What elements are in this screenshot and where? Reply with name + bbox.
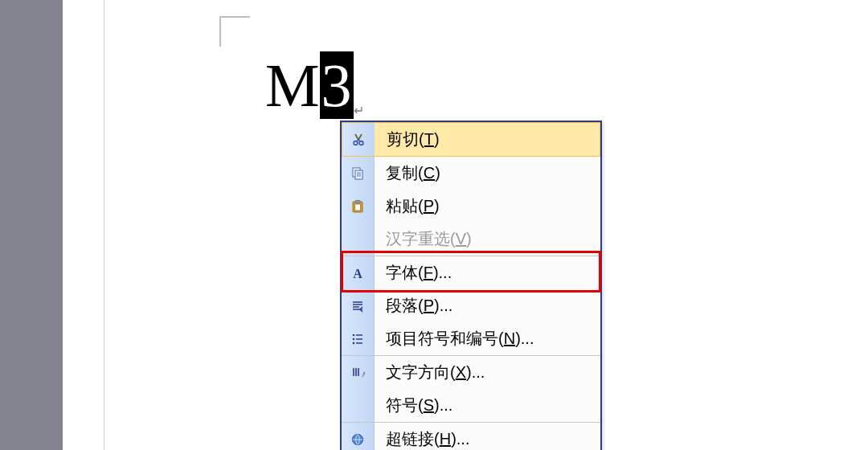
context-menu-item[interactable]: 粘贴(P) bbox=[342, 190, 600, 223]
text-selection[interactable]: 3 bbox=[320, 51, 354, 119]
bullets-icon bbox=[342, 322, 375, 355]
document-text[interactable]: M3 bbox=[265, 55, 354, 116]
copy-icon bbox=[342, 157, 375, 190]
hyperlink-icon bbox=[342, 423, 375, 450]
context-menu-item[interactable]: 剪切(T) bbox=[342, 122, 600, 157]
context-menu-item[interactable]: A字体(F)... bbox=[342, 256, 600, 289]
app-sidebar bbox=[0, 0, 63, 450]
paragraph-mark-icon: ↵ bbox=[354, 103, 364, 118]
menu-item-label: 段落(P)... bbox=[375, 295, 600, 317]
text-unselected: M bbox=[265, 51, 320, 119]
menu-item-label: 项目符号和编号(N)... bbox=[375, 328, 600, 350]
margin-corner-mark bbox=[219, 16, 250, 47]
context-menu-item[interactable]: 复制(C) bbox=[342, 157, 600, 190]
paragraph-icon bbox=[342, 289, 375, 322]
font-icon: A bbox=[342, 256, 375, 289]
menu-item-label: 复制(C) bbox=[375, 162, 600, 184]
context-menu[interactable]: 剪切(T)复制(C)粘贴(P)汉字重选(V)A字体(F)...段落(P)...项… bbox=[340, 121, 602, 450]
svg-text:A: A bbox=[362, 370, 365, 378]
svg-point-10 bbox=[353, 342, 355, 344]
menu-item-label: 汉字重选(V) bbox=[375, 228, 600, 250]
menu-item-label: 符号(S)... bbox=[375, 395, 600, 416]
paste-icon bbox=[342, 190, 375, 223]
menu-item-label: 超链接(H)... bbox=[375, 428, 600, 450]
menu-item-label: 剪切(T) bbox=[375, 129, 600, 150]
svg-point-8 bbox=[353, 333, 355, 336]
context-menu-item[interactable]: 符号(S)... bbox=[342, 389, 600, 422]
svg-point-9 bbox=[353, 338, 355, 340]
svg-rect-5 bbox=[355, 200, 360, 202]
no-icon bbox=[342, 223, 375, 256]
menu-item-label: 粘贴(P) bbox=[375, 195, 600, 217]
context-menu-item[interactable]: 段落(P)... bbox=[342, 289, 600, 322]
context-menu-item[interactable]: 项目符号和编号(N)... bbox=[342, 322, 600, 355]
svg-rect-6 bbox=[355, 204, 361, 211]
textdir-icon: A bbox=[342, 356, 375, 389]
menu-item-label: 文字方向(X)... bbox=[375, 362, 600, 383]
svg-text:A: A bbox=[353, 267, 362, 280]
menu-item-label: 字体(F)... bbox=[375, 262, 600, 284]
context-menu-item[interactable]: A文字方向(X)... bbox=[342, 355, 600, 389]
cut-icon bbox=[342, 123, 375, 156]
no-icon bbox=[342, 389, 375, 422]
context-menu-item: 汉字重选(V) bbox=[342, 223, 600, 256]
context-menu-item[interactable]: 超链接(H)... bbox=[342, 422, 600, 450]
